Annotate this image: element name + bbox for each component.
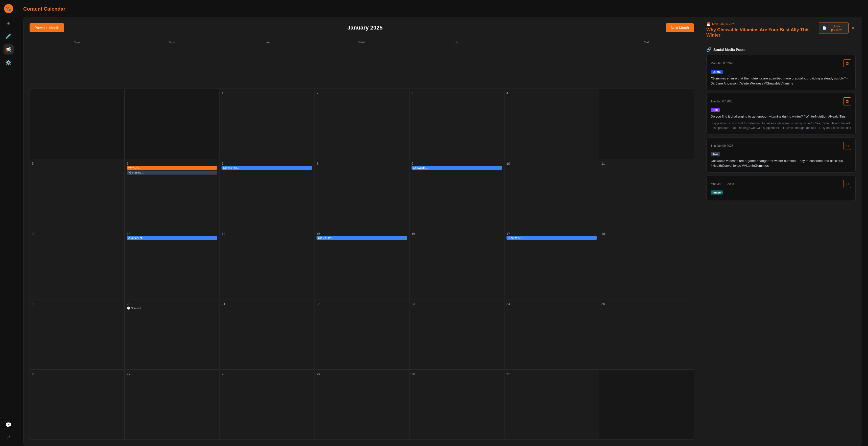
quick-preview-button[interactable]: 📄 Quick preview (819, 22, 848, 34)
post-2-text: Do you find it challenging to get enough… (711, 114, 851, 119)
sidebar-item-analytics[interactable]: 🧪 (3, 31, 13, 41)
day-cell-25[interactable]: 25 (599, 299, 694, 369)
clock-icon: 🕐 (127, 307, 130, 310)
post-card-3: Thu Jan 09 2025 ⊡ Text Chewable vitamins… (706, 137, 856, 173)
day-cell-22[interactable]: 22 (314, 299, 409, 369)
copy-button-4[interactable]: ⊡ (843, 180, 851, 188)
day-cell-31[interactable]: 31 (504, 370, 599, 440)
prev-month-button[interactable]: Previous Month (30, 23, 64, 32)
day-cell-6[interactable]: 6 Why Ch... "Gummies ... (125, 159, 219, 229)
day-cell-15[interactable]: 15 Did you kn... (314, 229, 409, 299)
event-chip-do-you-find[interactable]: Do you find... (221, 166, 312, 170)
sidebar-item-external[interactable]: ↗ (3, 432, 13, 442)
day-cell-8[interactable]: 8 (314, 159, 409, 229)
day-cell-3[interactable]: 3 (409, 89, 504, 159)
event-date: Mon Jan 06 2025 (712, 23, 736, 26)
day-cell-empty-3 (599, 89, 694, 159)
post-card-4: Mon Jan 13 2025 ⊡ Image (706, 176, 856, 201)
calendar-area: Previous Month January 2025 Next Month S… (24, 17, 700, 446)
post-card-1-header: Mon Jan 06 2025 ⊡ (711, 59, 851, 67)
day-cell-4[interactable]: 4 (504, 89, 599, 159)
next-month-button[interactable]: Next Month (665, 23, 694, 32)
close-button[interactable]: × (850, 24, 856, 32)
right-panel-header-left: 📅 Mon Jan 06 2025 Why Chewable Vitamins … (706, 22, 819, 38)
copy-button-1[interactable]: ⊡ (843, 59, 851, 67)
day-cell-13[interactable]: 13 A variety of... (125, 229, 219, 299)
day-cell-11[interactable]: 11 (599, 159, 694, 229)
sidebar-item-dashboard[interactable]: ⊞ (3, 18, 13, 28)
copy-button-3[interactable]: ⊡ (843, 142, 851, 150)
day-cell-26[interactable]: 26 (30, 370, 125, 440)
post-1-text: "Gummies ensure that the nutrients are a… (711, 76, 851, 86)
event-chip-did-you-kn[interactable]: Did you kn... (316, 236, 407, 240)
page-title-area: Content Calendar (23, 6, 862, 12)
sidebar-item-campaigns[interactable]: 📢 (3, 44, 13, 55)
day-cell-28[interactable]: 28 (219, 370, 314, 440)
post-3-text: Chewable vitamins are a game-changer for… (711, 159, 851, 168)
day-cell-27[interactable]: 27 (125, 370, 219, 440)
sidebar-item-chat[interactable]: 💬 (3, 420, 13, 430)
day-cell-10[interactable]: 10 (504, 159, 599, 229)
sidebar: 🐾 ⊞ 🧪 📢 ⚙️ 💬 ↗ (0, 0, 17, 446)
section-label: 🔗 Social Media Posts (706, 43, 856, 55)
day-cell-empty-1 (30, 89, 125, 159)
day-header-wed: Wed (314, 38, 409, 89)
right-panel: 📅 Mon Jan 06 2025 Why Chewable Vitamins … (700, 17, 862, 446)
post-3-badge: Text (711, 152, 720, 157)
post-4-badge: Image (711, 191, 723, 195)
page-title: Content Calendar (23, 6, 65, 11)
day-cell-20[interactable]: 20 🕐 Scientifi... (125, 299, 219, 369)
day-cell-9[interactable]: 9 Chewable ... (409, 159, 504, 229)
post-card-3-header: Thu Jan 09 2025 ⊡ (711, 142, 851, 150)
day-header-mon: Mon (125, 38, 219, 89)
post-2-suggestion: Suggestion: Do you find it challenging t… (711, 121, 851, 130)
right-panel-header: 📅 Mon Jan 06 2025 Why Chewable Vitamins … (700, 17, 862, 43)
day-cell-empty-4 (599, 370, 694, 440)
day-cell-empty-2 (125, 89, 219, 159)
event-date-label: 📅 Mon Jan 06 2025 (706, 22, 819, 26)
event-chip-variety[interactable]: A variety of... (127, 236, 217, 240)
post-card-4-header: Mon Jan 13 2025 ⊡ (711, 180, 851, 188)
day-cell-18[interactable]: 18 (599, 229, 694, 299)
day-cell-24[interactable]: 24 (504, 299, 599, 369)
copy-button-2[interactable]: ⊡ (843, 97, 851, 105)
post-2-badge: Poll (711, 108, 720, 112)
day-cell-5[interactable]: 5 (30, 159, 125, 229)
post-1-badge: Quote (711, 70, 723, 74)
day-header-sat: Sat (599, 38, 694, 89)
document-icon: 📄 (823, 26, 826, 30)
day-cell-23[interactable]: 23 (409, 299, 504, 369)
event-chip-chewable[interactable]: Chewable ... (411, 166, 502, 170)
post-card-2: Tue Jan 07 2025 ⊡ Poll Do you find it ch… (706, 93, 856, 134)
day-header-tue: Tue (219, 38, 314, 89)
day-cell-29[interactable]: 29 (314, 370, 409, 440)
day-cell-19[interactable]: 19 (30, 299, 125, 369)
calendar-panel: Previous Month January 2025 Next Month S… (23, 17, 862, 446)
post-2-date: Tue Jan 07 2025 (711, 100, 733, 103)
sidebar-item-settings[interactable]: ⚙️ (3, 58, 13, 68)
day-cell-17[interactable]: 17 "The body ... (504, 229, 599, 299)
day-cell-12[interactable]: 12 (30, 229, 125, 299)
day-cell-30[interactable]: 30 (409, 370, 504, 440)
sidebar-logo: 🐾 (4, 4, 13, 13)
event-chip-why-c[interactable]: Why Ch... (127, 166, 217, 170)
post-card-2-header: Tue Jan 07 2025 ⊡ (711, 97, 851, 105)
day-cell-2[interactable]: 2 (314, 89, 409, 159)
post-3-date: Thu Jan 09 2025 (711, 144, 733, 147)
day-header-fri: Fri (504, 38, 599, 89)
day-cell-7[interactable]: 7 Do you find... (219, 159, 314, 229)
main-content: Content Calendar Previous Month January … (17, 0, 868, 446)
event-chip-gummies[interactable]: "Gummies ... (127, 171, 217, 175)
right-panel-body: 🔗 Social Media Posts Mon Jan 06 2025 ⊡ Q… (700, 43, 862, 446)
calendar-grid: Sun Mon Tue Wed Thu Fri Sat 1 2 3 4 5 6 (30, 38, 694, 440)
day-cell-16[interactable]: 16 (409, 229, 504, 299)
day-cell-14[interactable]: 14 (219, 229, 314, 299)
day-cell-21[interactable]: 21 (219, 299, 314, 369)
calendar-icon: 📅 (706, 22, 711, 26)
day-header-sun: Sun (30, 38, 125, 89)
event-chip-the-body[interactable]: "The body ... (506, 236, 597, 240)
right-panel-actions: 📄 Quick preview × (819, 22, 856, 34)
day-cell-1[interactable]: 1 (219, 89, 314, 159)
post-card-1: Mon Jan 06 2025 ⊡ Quote "Gummies ensure … (706, 55, 856, 90)
event-scientific[interactable]: 🕐 Scientifi... (127, 307, 217, 310)
